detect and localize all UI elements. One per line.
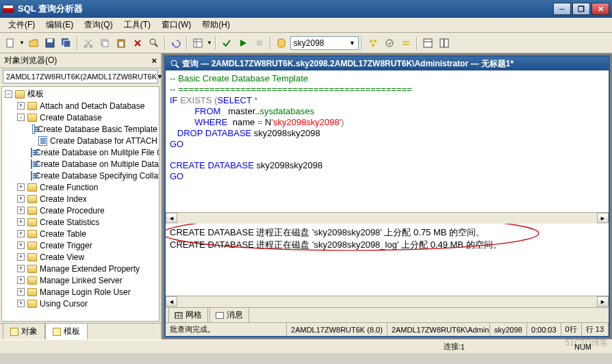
execute-button[interactable] bbox=[235, 36, 251, 51]
object-browser-panel: 对象浏览器(O) × 2AMDL17ZW8RUT6K(2AMDL17ZW8RUT… bbox=[0, 53, 162, 339]
expander[interactable]: + bbox=[17, 253, 25, 261]
find-button[interactable] bbox=[146, 36, 162, 51]
expander[interactable]: + bbox=[17, 102, 25, 109]
tree-node[interactable]: Create Database on Mulitple File G bbox=[3, 146, 157, 158]
tree-node[interactable]: +Create Function bbox=[3, 181, 157, 193]
new-button[interactable] bbox=[3, 36, 18, 51]
menu-help[interactable]: 帮助(H) bbox=[196, 18, 235, 32]
expander[interactable]: + bbox=[17, 300, 25, 307]
tree-label: Create Statistics bbox=[40, 218, 99, 227]
folder-icon bbox=[27, 300, 37, 308]
tree-node[interactable]: +Manage Extended Property bbox=[3, 263, 157, 274]
cut-button[interactable] bbox=[81, 36, 96, 51]
tree-node[interactable]: +Manage Linked Server bbox=[3, 274, 157, 286]
expander[interactable]: + bbox=[17, 230, 25, 237]
parse-button[interactable] bbox=[219, 36, 234, 51]
tree-label: Create Database on Multiple Data bbox=[35, 159, 159, 169]
tab-messages[interactable]: 消息 bbox=[209, 307, 249, 323]
tree-node[interactable]: +Create Table bbox=[3, 228, 157, 239]
results-dropdown[interactable]: ▼ bbox=[207, 40, 212, 46]
results-hscroll[interactable]: ◄► bbox=[166, 296, 609, 307]
folder-icon bbox=[27, 218, 37, 226]
template-tree[interactable]: −模板 +Attach and Detach Database-Create D… bbox=[1, 86, 160, 322]
toolbar: ▼ ▼ sky2098▼ bbox=[0, 33, 612, 53]
result-line-2: CREATE DATABASE 进程正在磁盘 'sky2098sky2098_l… bbox=[170, 239, 502, 250]
tab-objects[interactable]: 对象 bbox=[3, 323, 45, 339]
folder-icon bbox=[27, 230, 37, 238]
tree-node[interactable]: +Create Procedure bbox=[3, 205, 157, 216]
tree-node[interactable]: Create Database for ATTACH bbox=[3, 135, 157, 146]
menu-window[interactable]: 窗口(W) bbox=[156, 18, 196, 32]
expander[interactable]: + bbox=[17, 207, 25, 214]
minimize-button[interactable]: ─ bbox=[553, 3, 571, 15]
tree-node[interactable]: Create Database Basic Template bbox=[3, 123, 157, 135]
maximize-button[interactable]: ❐ bbox=[572, 3, 590, 15]
save-all-button[interactable] bbox=[59, 36, 74, 51]
tree-label: Create Database Basic Template bbox=[38, 125, 157, 134]
window-titlebar: SQL 查询分析器 ─ ❐ ✕ bbox=[0, 0, 612, 18]
expander[interactable]: − bbox=[5, 90, 12, 98]
new-dropdown[interactable]: ▼ bbox=[19, 40, 25, 46]
tree-node[interactable]: Create Database on Multiple Data bbox=[3, 158, 157, 170]
database-selector[interactable]: sky2098▼ bbox=[290, 36, 359, 50]
expander[interactable]: + bbox=[17, 195, 25, 203]
results-pane[interactable]: CREATE DATABASE 进程正在磁盘 'sky2098sky2098' … bbox=[166, 224, 609, 296]
close-panel-button[interactable]: × bbox=[151, 55, 157, 66]
message-icon bbox=[216, 312, 224, 319]
tree-node[interactable]: Create Database Specifying Collati bbox=[3, 170, 157, 181]
index-button[interactable] bbox=[398, 36, 413, 51]
trace-button[interactable] bbox=[382, 36, 397, 51]
tree-node[interactable]: +Using Cursor bbox=[3, 298, 157, 309]
tree-node[interactable]: +Create View bbox=[3, 251, 157, 263]
plan-button[interactable] bbox=[366, 36, 381, 51]
db-icon bbox=[274, 36, 289, 51]
tree-node[interactable]: +Manage Login Role User bbox=[3, 286, 157, 298]
expander[interactable]: + bbox=[17, 288, 25, 296]
tree-node[interactable]: -Create Database bbox=[3, 112, 157, 123]
query-statusbar: 批查询完成。 2AMDL17ZW8RUT6K (8.0) 2AMDL17ZW8R… bbox=[166, 322, 609, 336]
object-browser-button[interactable] bbox=[437, 36, 452, 51]
clear-button[interactable] bbox=[130, 36, 145, 51]
menu-query[interactable]: 查询(Q) bbox=[79, 18, 118, 32]
expander[interactable]: + bbox=[17, 242, 25, 249]
expander[interactable]: + bbox=[17, 265, 25, 272]
server-selector[interactable]: 2AMDL17ZW8RUT6K(2AMDL17ZW8RUT6K ▼ bbox=[3, 70, 158, 83]
menu-tools[interactable]: 工具(T) bbox=[118, 18, 156, 32]
paste-button[interactable] bbox=[114, 36, 129, 51]
connection-count: 1 bbox=[461, 343, 465, 351]
copy-button[interactable] bbox=[97, 36, 112, 51]
svg-rect-6 bbox=[64, 40, 71, 47]
sql-editor[interactable]: -- Basic Create Database Template -- ===… bbox=[166, 70, 609, 212]
open-button[interactable] bbox=[26, 36, 41, 51]
menu-file[interactable]: 文件(F) bbox=[3, 18, 40, 32]
tree-root[interactable]: 模板 bbox=[27, 88, 44, 100]
editor-hscroll[interactable]: ◄► bbox=[166, 212, 609, 224]
undo-button[interactable] bbox=[168, 36, 183, 51]
expander[interactable]: + bbox=[17, 218, 25, 226]
svg-rect-22 bbox=[372, 44, 374, 47]
tree-node[interactable]: +Create Index bbox=[3, 193, 157, 205]
tree-label: Create View bbox=[40, 252, 84, 262]
tree-label: Manage Extended Property bbox=[40, 264, 140, 274]
app-icon bbox=[3, 3, 14, 14]
tab-grid[interactable]: 网格 bbox=[168, 307, 208, 323]
display-button[interactable] bbox=[420, 36, 435, 51]
tree-node[interactable]: +Create Statistics bbox=[3, 216, 157, 228]
folder-icon bbox=[27, 253, 37, 261]
stop-button[interactable] bbox=[252, 36, 267, 51]
results-mode-button[interactable] bbox=[190, 36, 205, 51]
tree-node[interactable]: +Create Trigger bbox=[3, 239, 157, 251]
menu-edit[interactable]: 编辑(E) bbox=[40, 18, 79, 32]
tab-templates[interactable]: 模板 bbox=[45, 323, 88, 339]
folder-icon bbox=[27, 183, 37, 192]
window-title: SQL 查询分析器 bbox=[18, 3, 553, 15]
status-server: 2AMDL17ZW8RUT6K (8.0) bbox=[287, 323, 387, 336]
expander[interactable]: + bbox=[17, 276, 25, 284]
expander[interactable]: - bbox=[17, 114, 25, 121]
close-button[interactable]: ✕ bbox=[591, 3, 609, 15]
tree-node[interactable]: +Attach and Detach Database bbox=[3, 100, 157, 112]
save-button[interactable] bbox=[42, 36, 58, 51]
server-name: 2AMDL17ZW8RUT6K(2AMDL17ZW8RUT6K bbox=[6, 73, 157, 81]
expander[interactable]: + bbox=[17, 183, 25, 191]
svg-point-30 bbox=[171, 60, 177, 66]
